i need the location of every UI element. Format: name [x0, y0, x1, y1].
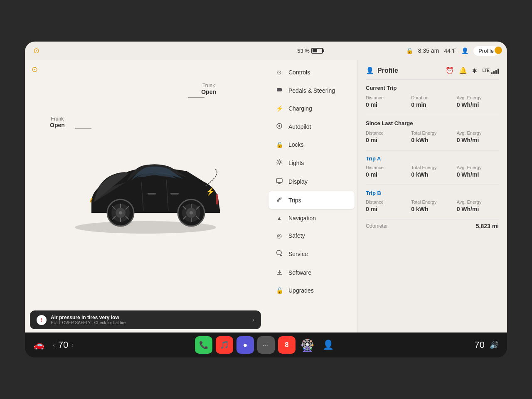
- trip-b-section: Trip B Distance 0 mi Total Energy 0 kWh …: [366, 190, 499, 212]
- menu-item-pedals[interactable]: Pedals & Steering: [268, 81, 355, 99]
- svg-point-30: [278, 161, 281, 163]
- slc-avg-energy-value: 0 Wh/mi: [457, 137, 499, 143]
- alert-warning-icon: !: [37, 315, 47, 325]
- menu-item-display[interactable]: Display: [268, 172, 355, 190]
- trip-b-energy-label: Total Energy: [411, 200, 453, 204]
- slc-energy-value: 0 kWh: [411, 137, 453, 143]
- display-icon: [275, 177, 283, 185]
- signal-bar-4: [498, 69, 499, 74]
- camera-icon: ●: [243, 341, 248, 350]
- app-music[interactable]: 🎵: [216, 336, 233, 354]
- trunk-label-value: Open: [201, 89, 216, 95]
- lights-icon: [275, 159, 283, 167]
- app-camera[interactable]: ●: [236, 336, 254, 354]
- upgrades-icon: 🔓: [275, 287, 283, 294]
- app-profile[interactable]: 👤: [320, 336, 337, 354]
- battery-icon: [311, 48, 323, 54]
- trip-b-energy: Total Energy 0 kWh: [411, 200, 453, 212]
- signal-display: LTE: [482, 67, 499, 74]
- profile-header: 👤 Profile: [366, 66, 398, 74]
- trip-b-distance: Distance 0 mi: [366, 200, 408, 212]
- speed-display-right: 70: [475, 340, 485, 350]
- menu-column: ⊙ Controls Pedals & Steering ⚡ Charging: [266, 60, 357, 332]
- trip-b-distance-label: Distance: [366, 200, 408, 204]
- menu-item-upgrades[interactable]: 🔓 Upgrades: [268, 282, 355, 299]
- tire-alert-bar[interactable]: ! Air pressure in tires very low PULL OV…: [30, 310, 261, 329]
- menu-item-charging[interactable]: ⚡ Charging: [268, 100, 355, 117]
- svg-rect-27: [277, 88, 282, 91]
- speed-value-left: 70: [58, 340, 68, 350]
- time-display: 8:35 am: [418, 47, 439, 54]
- trunk-status-label[interactable]: Trunk Open: [201, 83, 216, 95]
- car-visualization: ⚡: [58, 121, 233, 246]
- calendar-icon: 8: [285, 341, 289, 349]
- speed-value-right: 70: [475, 340, 485, 350]
- odometer-value: 5,823 mi: [476, 223, 499, 229]
- svg-line-37: [281, 160, 282, 161]
- menu-item-safety[interactable]: ◎ Safety: [268, 227, 355, 244]
- pedals-label: Pedals & Steering: [288, 87, 335, 94]
- car-icon-taskbar[interactable]: 🚗: [33, 340, 44, 350]
- menu-item-navigation[interactable]: ▲ Navigation: [268, 210, 355, 227]
- alert-title: Air pressure in tires very low: [51, 315, 248, 320]
- slc-distance-value: 0 mi: [366, 137, 408, 143]
- trips-label: Trips: [288, 197, 301, 204]
- bluetooth-icon[interactable]: ✱: [472, 67, 477, 74]
- stats-header: 👤 Profile ⏰ 🔔 ✱ LTE: [366, 66, 499, 74]
- taskbar: 🚗 ‹ 70 › 📞 🎵 ● ···: [25, 332, 507, 357]
- speed-decrease-button[interactable]: ‹: [53, 342, 55, 348]
- speed-increase-button[interactable]: ›: [71, 342, 74, 348]
- alarm-icon[interactable]: ⏰: [446, 66, 454, 74]
- menu-item-software[interactable]: Software: [268, 264, 355, 281]
- safety-icon: ◎: [275, 232, 283, 239]
- right-panel: ⊙ Controls Pedals & Steering ⚡ Charging: [266, 60, 507, 332]
- person-icon: 👤: [461, 47, 468, 54]
- pedals-icon: [275, 86, 283, 94]
- slc-energy-label: Total Energy: [411, 131, 453, 135]
- current-trip-energy: Avg. Energy 0 Wh/mi: [457, 95, 499, 108]
- current-trip-energy-value: 0 Wh/mi: [457, 101, 499, 108]
- signal-bar-1: [491, 72, 493, 74]
- upgrades-label: Upgrades: [288, 287, 314, 294]
- menu-item-service[interactable]: Service: [268, 245, 355, 263]
- app-more[interactable]: ···: [257, 336, 275, 354]
- lock-icon: 🔒: [406, 47, 413, 54]
- taskbar-left: 🚗 ‹ 70 ›: [33, 340, 188, 350]
- app-calendar[interactable]: 8: [278, 336, 296, 354]
- trips-icon: [275, 196, 283, 204]
- slc-distance: Distance 0 mi: [366, 131, 408, 143]
- more-dots-icon: ···: [263, 342, 269, 348]
- trip-b-grid: Distance 0 mi Total Energy 0 kWh Avg. En…: [366, 200, 499, 212]
- current-trip-distance-value: 0 mi: [366, 101, 408, 108]
- menu-item-autopilot[interactable]: Autopilot: [268, 118, 355, 135]
- current-trip-grid: Distance 0 mi Duration 0 min Avg. Energy…: [366, 95, 499, 108]
- trip-a-distance: Distance 0 mi: [366, 165, 408, 178]
- bell-icon[interactable]: 🔔: [459, 66, 467, 74]
- taskbar-right: 70 🔊: [344, 340, 499, 350]
- menu-item-locks[interactable]: 🔒 Locks: [268, 136, 355, 153]
- app-pinwheel[interactable]: 🎡: [299, 336, 316, 354]
- pinwheel-icon: 🎡: [300, 338, 315, 352]
- trip-a-grid: Distance 0 mi Total Energy 0 kWh Avg. En…: [366, 165, 499, 178]
- trip-a-distance-value: 0 mi: [366, 171, 408, 178]
- menu-item-controls[interactable]: ⊙ Controls: [268, 64, 355, 81]
- svg-rect-24: [170, 193, 179, 195]
- trunk-label-title: Trunk: [201, 83, 216, 89]
- menu-item-lights[interactable]: Lights: [268, 154, 355, 172]
- menu-item-trips[interactable]: Trips: [268, 191, 355, 209]
- since-last-charge-title: Since Last Charge: [366, 120, 499, 126]
- service-icon: [275, 250, 283, 258]
- trip-b-distance-value: 0 mi: [366, 206, 408, 212]
- profile-label: Profile: [478, 48, 494, 54]
- status-left: ⊙: [33, 46, 39, 55]
- signal-bars: [491, 67, 499, 74]
- svg-text:⚡: ⚡: [206, 187, 215, 196]
- app-phone[interactable]: 📞: [195, 336, 212, 354]
- profile-person-icon: 👤: [366, 66, 374, 74]
- signal-bar-3: [495, 70, 497, 74]
- controls-icon: ⊙: [275, 69, 283, 76]
- trip-b-title: Trip B: [366, 190, 499, 196]
- divider-3: [366, 150, 499, 150]
- volume-icon[interactable]: 🔊: [490, 340, 499, 350]
- locks-label: Locks: [288, 141, 304, 148]
